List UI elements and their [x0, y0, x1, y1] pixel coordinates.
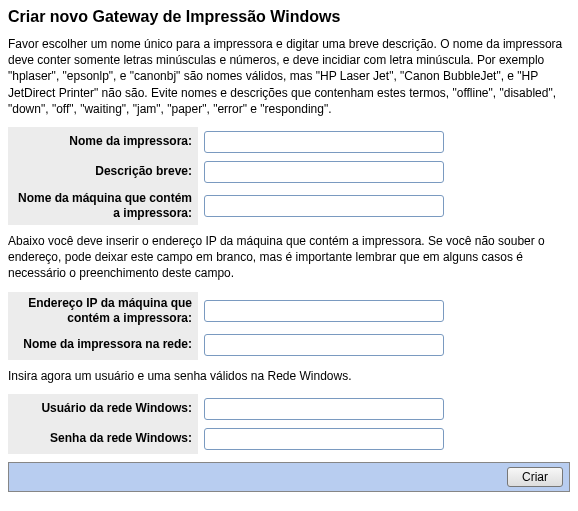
ip-help-text: Abaixo você deve inserir o endereço IP d… [8, 233, 570, 282]
form-block-credentials: Usuário da rede Windows: Senha da rede W… [8, 394, 570, 454]
form-block-printer: Nome da impressora: Descrição breve: Nom… [8, 127, 570, 225]
page-title: Criar novo Gateway de Impressão Windows [8, 8, 570, 26]
button-bar: Criar [8, 462, 570, 492]
credentials-help-text: Insira agora um usuário e uma senha váli… [8, 368, 570, 384]
printer-name-label: Nome da impressora: [8, 127, 198, 157]
win-user-input[interactable] [204, 398, 444, 420]
intro-text: Favor escolher um nome único para a impr… [8, 36, 570, 117]
win-pass-input[interactable] [204, 428, 444, 450]
host-name-input[interactable] [204, 195, 444, 217]
short-desc-input[interactable] [204, 161, 444, 183]
host-name-label: Nome da máquina que contém a impressora: [8, 187, 198, 225]
short-desc-label: Descrição breve: [8, 157, 198, 187]
printer-name-input[interactable] [204, 131, 444, 153]
net-printer-name-label: Nome da impressora na rede: [8, 330, 198, 360]
win-pass-label: Senha da rede Windows: [8, 424, 198, 454]
create-button[interactable]: Criar [507, 467, 563, 487]
host-ip-input[interactable] [204, 300, 444, 322]
form-block-network: Endereço IP da máquina que contém a impr… [8, 292, 570, 360]
win-user-label: Usuário da rede Windows: [8, 394, 198, 424]
net-printer-name-input[interactable] [204, 334, 444, 356]
host-ip-label: Endereço IP da máquina que contém a impr… [8, 292, 198, 330]
